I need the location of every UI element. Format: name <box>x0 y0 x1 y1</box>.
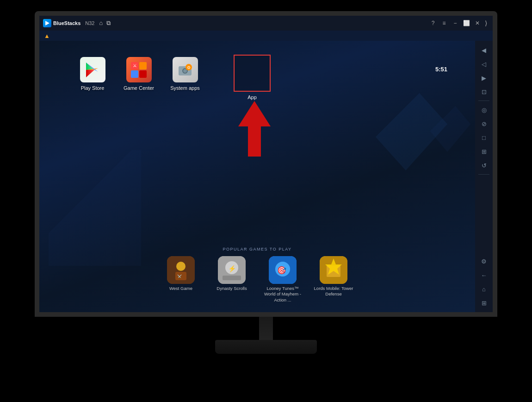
red-arrow <box>238 101 271 157</box>
dynasty-scrolls-item[interactable]: ⚡ Dynasty Scrolls <box>211 256 253 291</box>
sidebar-sep-1 <box>478 100 489 101</box>
record-icon[interactable]: ⊡ <box>476 85 491 98</box>
popular-games-section: POPULAR GAMES TO PLAY ⚔️ <box>155 247 359 303</box>
sidebar-sep-2 <box>478 174 489 175</box>
gc-cell-4 <box>139 70 147 78</box>
game-center-icon-item[interactable]: ⚔ Game Center <box>123 57 155 91</box>
app-box[interactable] <box>234 55 271 92</box>
app-box-container: App <box>234 55 271 100</box>
alert-bar: ▲ <box>39 31 493 41</box>
left-nav-icon[interactable]: ← <box>476 269 491 282</box>
expand-icon[interactable]: ⟩ <box>485 19 487 27</box>
minimize-button[interactable]: − <box>451 19 460 28</box>
popular-label: POPULAR GAMES TO PLAY <box>223 247 291 251</box>
game-center-label: Game Center <box>124 85 154 91</box>
play-store-icon <box>80 57 105 82</box>
arrow-body <box>248 126 261 157</box>
bluestacks-window: BlueStacks N32 ⌂ ⧉ ? ≡ − ⬜ ✕ ⟩ <box>39 16 493 312</box>
monitor-base <box>215 340 317 354</box>
game-center-icon: ⚔ <box>126 57 152 82</box>
west-game-label: West Game <box>169 286 192 291</box>
svg-marker-3 <box>86 70 94 77</box>
looney-tunes-item[interactable]: 🎯 Looney Tunes™ World of Mayhem - Action… <box>262 256 303 303</box>
apps-icon[interactable]: ⊞ <box>476 296 491 309</box>
svg-text:⚔️: ⚔️ <box>177 274 182 279</box>
bg-decoration-2 <box>424 96 470 152</box>
alert-icon: ▲ <box>44 32 50 39</box>
time-display: 5:51 <box>435 66 447 73</box>
dynasty-scrolls-thumb: ⚡ <box>218 256 246 284</box>
sidebar-bottom: ⚙ ← ⌂ ⊞ <box>476 255 491 309</box>
looney-tunes-thumb: 🎯 <box>269 256 297 284</box>
arrow-head <box>238 101 271 126</box>
west-game-thumb: ⚔️ <box>167 256 195 284</box>
play-store-icon-item[interactable]: Play Store <box>76 57 109 91</box>
lords-mobile-label: Lords Mobile: Tower Defense <box>313 286 354 297</box>
bg-decoration-3 <box>49 150 141 266</box>
svg-point-7 <box>183 69 187 73</box>
system-apps-icon: ⚙ <box>173 57 198 82</box>
gc-cell-1: ⚔ <box>131 62 138 69</box>
window-controls: ? ≡ − ⬜ ✕ <box>428 19 482 28</box>
refresh-icon[interactable]: ↺ <box>476 159 491 172</box>
svg-text:⚡: ⚡ <box>228 265 236 273</box>
app-box-label: App <box>247 94 257 100</box>
close-button[interactable]: ✕ <box>473 19 482 28</box>
help-button[interactable]: ? <box>428 19 438 28</box>
play-store-label: Play Store <box>81 85 105 91</box>
camera-icon[interactable]: ▶ <box>476 71 491 84</box>
svg-text:🎯: 🎯 <box>277 266 286 275</box>
monitor-neck <box>259 317 273 340</box>
main-area: 5:51 <box>39 41 493 312</box>
system-apps-label: System apps <box>170 85 200 91</box>
bluestacks-logo-icon <box>43 19 51 27</box>
monitor-frame: BlueStacks N32 ⌂ ⧉ ? ≡ − ⬜ ✕ ⟩ <box>35 11 497 317</box>
title-bar: BlueStacks N32 ⌂ ⧉ ? ≡ − ⬜ ✕ ⟩ <box>39 16 493 31</box>
copy-nav-icon[interactable]: ⧉ <box>106 19 111 27</box>
settings-icon[interactable]: ⚙ <box>476 255 491 268</box>
back-icon[interactable]: ◁ <box>476 57 491 70</box>
app-icons-row: Play Store ⚔ <box>76 57 201 91</box>
home-icon[interactable]: ⌂ <box>476 283 491 295</box>
svg-point-11 <box>176 262 186 271</box>
gc-cell-2 <box>139 62 147 69</box>
gc-cell-3 <box>131 70 138 78</box>
home-nav-icon[interactable]: ⌂ <box>99 19 103 27</box>
looney-tunes-label: Looney Tunes™ World of Mayhem - Action .… <box>262 286 303 303</box>
maximize-button[interactable]: ⬜ <box>462 19 471 28</box>
west-game-item[interactable]: ⚔️ West Game <box>160 256 202 291</box>
android-desktop: 5:51 <box>39 41 475 312</box>
volume-icon[interactable]: ◀ <box>476 44 491 57</box>
svg-marker-0 <box>45 21 49 25</box>
instance-label: N32 <box>85 20 94 26</box>
menu-button[interactable]: ≡ <box>439 19 449 28</box>
svg-rect-17 <box>223 276 241 280</box>
svg-text:⚙: ⚙ <box>187 65 191 70</box>
bluestacks-logo-text: BlueStacks <box>53 20 80 26</box>
right-sidebar: ◀ ◁ ▶ ⊡ ◎ ⊘ □ ⊞ ↺ ⚙ ← ⌂ ⊞ <box>475 41 493 312</box>
rotate-icon[interactable]: ⊘ <box>476 117 491 130</box>
dynasty-scrolls-label: Dynasty Scrolls <box>217 286 247 291</box>
lords-mobile-item[interactable]: Lords Mobile: Tower Defense <box>313 256 354 297</box>
title-bar-logo: BlueStacks <box>43 19 80 27</box>
title-bar-nav-icons: ⌂ ⧉ <box>99 19 111 27</box>
system-apps-icon-item[interactable]: ⚙ System apps <box>169 57 201 91</box>
lords-mobile-thumb <box>320 256 347 284</box>
monitor: BlueStacks N32 ⌂ ⧉ ? ≡ − ⬜ ✕ ⟩ <box>23 11 509 391</box>
games-row: ⚔️ West Game ⚡ <box>160 256 354 303</box>
screenshot-icon[interactable]: ◎ <box>476 103 491 116</box>
layers-icon[interactable]: ⊞ <box>476 145 491 158</box>
folder-icon[interactable]: □ <box>476 131 491 144</box>
